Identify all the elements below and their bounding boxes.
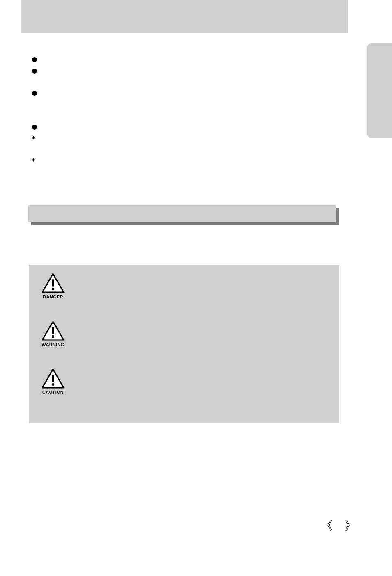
svg-point-3	[52, 335, 54, 338]
side-tab	[367, 43, 392, 138]
svg-rect-0	[52, 279, 54, 287]
list-item-text	[44, 123, 336, 131]
asterisk-icon: *	[31, 156, 36, 167]
warn-label: DANGER	[40, 294, 66, 299]
page: * * DANGER WARNING	[0, 0, 392, 576]
warn-item-caution: CAUTION	[40, 368, 66, 395]
list-item: *	[32, 134, 336, 157]
list-item: *	[32, 157, 336, 179]
warn-label: WARNING	[40, 342, 66, 347]
warn-panel: DANGER WARNING CAUTION	[29, 265, 339, 423]
bullet-icon	[32, 69, 37, 74]
list-item	[32, 67, 336, 89]
footer-guillemets: 《 》	[321, 517, 361, 534]
list-item	[32, 89, 336, 123]
top-banner	[21, 0, 348, 33]
asterisk-icon: *	[31, 134, 36, 144]
warning-triangle-icon	[41, 273, 65, 294]
svg-point-5	[52, 383, 54, 386]
warning-triangle-icon	[41, 368, 65, 389]
warn-item-danger: DANGER	[40, 273, 66, 299]
list-item	[32, 56, 336, 67]
intro-list: * *	[32, 56, 336, 179]
list-item-text	[44, 67, 336, 75]
warn-label: CAUTION	[40, 390, 66, 395]
svg-rect-2	[52, 327, 54, 334]
list-item-text	[44, 157, 336, 165]
bullet-icon	[32, 91, 37, 96]
bullet-icon	[32, 57, 37, 62]
svg-point-1	[52, 288, 54, 290]
warning-triangle-icon	[41, 321, 65, 341]
list-item-text	[44, 56, 336, 64]
list-item-text	[44, 134, 336, 143]
list-item-text	[44, 89, 336, 97]
bullet-icon	[32, 125, 37, 130]
svg-rect-4	[52, 375, 54, 382]
list-item	[32, 123, 336, 134]
warn-item-warning: WARNING	[40, 321, 66, 347]
section-bar	[28, 205, 336, 222]
